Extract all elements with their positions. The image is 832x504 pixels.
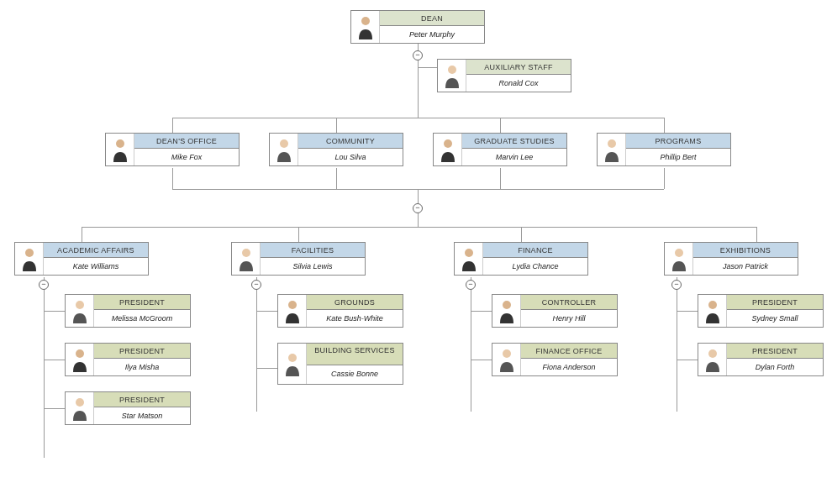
node-finance[interactable]: FINANCE Lydia Chance <box>454 242 588 276</box>
avatar <box>66 344 94 375</box>
node-name: Lou Silva <box>298 149 403 165</box>
node-academic-affairs[interactable]: ACADEMIC AFFAIRS Kate Williams <box>14 242 149 276</box>
node-president-5[interactable]: PRESIDENT Dylan Forth <box>698 343 824 376</box>
node-title: PRESIDENT <box>727 295 823 310</box>
node-title: AUXILIARY STAFF <box>466 60 571 75</box>
avatar <box>455 243 483 275</box>
avatar <box>598 134 626 165</box>
node-name: Silvia Lewis <box>261 258 365 275</box>
node-facilities[interactable]: FACILITIES Silvia Lewis <box>231 242 366 276</box>
avatar <box>492 344 521 375</box>
node-grounds[interactable]: GROUNDS Kate Bush-White <box>277 294 403 328</box>
node-aux-staff[interactable]: AUXILIARY STAFF Ronald Cox <box>437 59 571 92</box>
avatar <box>351 11 380 43</box>
node-title: COMMUNITY <box>298 134 403 149</box>
node-name: Cassie Bonne <box>307 365 403 382</box>
node-title: EXHIBITIONS <box>693 243 798 258</box>
node-grad-studies[interactable]: GRADUATE STUDIES Marvin Lee <box>433 133 567 166</box>
avatar <box>278 295 307 327</box>
node-president-1[interactable]: PRESIDENT Melissa McGroom <box>65 294 191 328</box>
node-programs[interactable]: PROGRAMS Phillip Bert <box>597 133 731 166</box>
avatar <box>438 60 466 92</box>
node-name: Mike Fox <box>134 149 239 165</box>
node-name: Kate Williams <box>44 258 148 275</box>
node-controller[interactable]: CONTROLLER Henry Hill <box>492 294 618 328</box>
node-community[interactable]: COMMUNITY Lou Silva <box>269 133 403 166</box>
avatar <box>665 243 693 275</box>
node-title: CONTROLLER <box>521 295 617 310</box>
node-name: Lydia Chance <box>483 258 587 275</box>
avatar <box>698 344 727 375</box>
node-name: Kate Bush-White <box>307 310 403 327</box>
avatar <box>232 243 261 275</box>
toggle-finance[interactable]: − <box>466 280 476 290</box>
avatar <box>434 134 462 165</box>
node-name: Sydney Small <box>727 310 823 327</box>
node-deans-office[interactable]: DEAN'S OFFICE Mike Fox <box>105 133 240 166</box>
toggle-academic[interactable]: − <box>39 280 49 290</box>
avatar <box>698 295 727 327</box>
node-title: FACILITIES <box>261 243 365 258</box>
node-title: PROGRAMS <box>626 134 730 149</box>
node-title: ACADEMIC AFFAIRS <box>44 243 148 258</box>
node-title: PRESIDENT <box>94 344 190 359</box>
node-building-services[interactable]: BUILDING SERVICES Cassie Bonne <box>277 343 403 385</box>
avatar <box>270 134 298 165</box>
node-title: PRESIDENT <box>94 295 190 310</box>
node-title: PRESIDENT <box>94 392 190 407</box>
avatar <box>66 392 94 424</box>
node-title: GRADUATE STUDIES <box>462 134 566 149</box>
avatar <box>492 295 521 327</box>
node-title: DEAN'S OFFICE <box>134 134 239 149</box>
node-finance-office[interactable]: FINANCE OFFICE Fiona Anderson <box>492 343 618 376</box>
avatar <box>278 344 307 384</box>
node-title: GROUNDS <box>307 295 403 310</box>
toggle-exhibitions[interactable]: − <box>671 280 682 290</box>
node-exhibitions[interactable]: EXHIBITIONS Jason Patrick <box>664 242 798 276</box>
node-name: Phillip Bert <box>626 149 730 165</box>
node-name: Jason Patrick <box>693 258 798 275</box>
node-name: Star Matson <box>94 407 190 424</box>
toggle-mid[interactable]: − <box>413 203 423 213</box>
node-title: FINANCE <box>483 243 587 258</box>
node-title: PRESIDENT <box>727 344 823 359</box>
node-name: Marvin Lee <box>462 149 566 165</box>
node-name: Henry Hill <box>521 310 617 327</box>
toggle-dean[interactable]: − <box>413 50 423 60</box>
node-president-3[interactable]: PRESIDENT Star Matson <box>65 391 191 425</box>
node-title: DEAN <box>380 11 484 26</box>
node-name: Ronald Cox <box>466 75 571 92</box>
node-name: Melissa McGroom <box>94 310 190 327</box>
node-president-2[interactable]: PRESIDENT Ilya Misha <box>65 343 191 376</box>
node-president-4[interactable]: PRESIDENT Sydney Small <box>698 294 824 328</box>
node-dean[interactable]: DEAN Peter Murphy <box>350 10 485 44</box>
node-title: FINANCE OFFICE <box>521 344 617 359</box>
avatar <box>66 295 94 327</box>
avatar <box>15 243 44 275</box>
node-name: Ilya Misha <box>94 359 190 375</box>
node-name: Dylan Forth <box>727 359 823 375</box>
node-title: BUILDING SERVICES <box>307 344 403 365</box>
node-name: Fiona Anderson <box>521 359 617 375</box>
node-name: Peter Murphy <box>380 26 484 43</box>
avatar <box>106 134 134 165</box>
toggle-facilities[interactable]: − <box>251 280 261 290</box>
